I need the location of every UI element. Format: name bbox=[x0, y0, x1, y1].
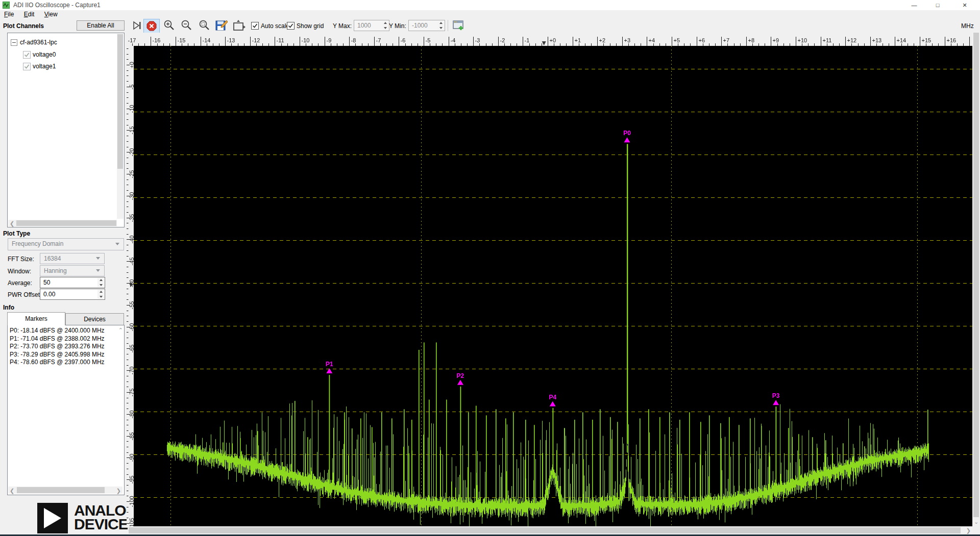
plot-type-label: Plot Type bbox=[3, 230, 30, 237]
window-label: Window: bbox=[8, 268, 31, 275]
y-max-input[interactable]: 1000 bbox=[354, 20, 389, 31]
y-min-label: Y Min: bbox=[389, 22, 406, 30]
scroll-left-icon[interactable]: ❮ bbox=[10, 220, 14, 227]
tab-devices[interactable]: Devices bbox=[65, 313, 124, 326]
app-window: ADI IIO Oscilloscope - Capture1 ― □ ✕ Fi… bbox=[0, 0, 980, 536]
plot-vertical-scrollbar[interactable]: ⌄ bbox=[972, 32, 980, 526]
scroll-down-icon[interactable]: ⌄ bbox=[974, 518, 978, 525]
plot-horizontal-scrollbar[interactable]: ❯ bbox=[128, 526, 972, 534]
maximize-button[interactable]: □ bbox=[926, 0, 949, 10]
stop-capture-button[interactable] bbox=[143, 19, 160, 33]
x-axis-unit-label: MHz bbox=[961, 22, 974, 30]
scroll-right-icon[interactable]: ❯ bbox=[116, 487, 121, 494]
save-icon[interactable] bbox=[215, 19, 228, 32]
pwr-offset-input[interactable]: 0.00 bbox=[40, 289, 105, 300]
chevron-down-icon bbox=[115, 243, 119, 245]
pwr-offset-label: PWR Offset: bbox=[8, 291, 41, 298]
checkmark-icon bbox=[23, 52, 30, 58]
scroll-left-icon[interactable]: ❮ bbox=[10, 487, 14, 494]
scroll-right-icon[interactable]: ❯ bbox=[966, 527, 971, 534]
markers-list: P0: -18.14 dBFS @ 2400.000 MHzP1: -71.04… bbox=[7, 325, 125, 495]
window-title: ADI IIO Oscilloscope - Capture1 bbox=[13, 2, 101, 9]
logo-triangle-icon bbox=[37, 503, 68, 533]
plot-type-value: Frequency Domain bbox=[12, 240, 63, 247]
stop-icon bbox=[146, 21, 157, 31]
show-grid-checkbox[interactable] bbox=[287, 22, 295, 30]
auto-scale-label: Auto scale bbox=[261, 22, 289, 30]
channel-voltage0-label: voltage0 bbox=[33, 51, 56, 58]
y-min-value: -1000 bbox=[412, 22, 428, 29]
markers-horizontal-scrollbar-thumb[interactable] bbox=[17, 487, 105, 493]
marker-list-item[interactable]: P3: -78.29 dBFS @ 2405.998 MHz bbox=[8, 351, 124, 359]
plot-vertical-scrollbar-thumb[interactable] bbox=[973, 33, 979, 517]
window-combo[interactable]: Hanning bbox=[40, 265, 105, 276]
average-label: Average: bbox=[8, 279, 32, 287]
fft-size-combo[interactable]: 16384 bbox=[40, 253, 105, 264]
plot-channels-tree: cf-ad9361-lpc voltage0 voltage1 ❮ bbox=[7, 33, 125, 227]
tree-horizontal-scrollbar[interactable]: ❮ bbox=[8, 220, 117, 226]
y-min-input[interactable]: -1000 bbox=[408, 20, 445, 31]
enable-all-button[interactable]: Enable All bbox=[77, 20, 125, 31]
plot-type-combo[interactable]: Frequency Domain bbox=[8, 238, 124, 250]
plot-channels-label: Plot Channels bbox=[3, 22, 44, 30]
marker-list-item[interactable]: P4: -78.60 dBFS @ 2397.000 MHz bbox=[8, 359, 124, 367]
toolbar-separator bbox=[448, 20, 448, 31]
spectrum-plot[interactable] bbox=[134, 46, 972, 526]
marker-list-item[interactable]: P0: -18.14 dBFS @ 2400.000 MHz bbox=[8, 327, 124, 335]
average-spinner[interactable] bbox=[97, 278, 104, 287]
zoom-in-icon[interactable] bbox=[163, 19, 176, 32]
channel-voltage1-label: voltage1 bbox=[33, 63, 56, 70]
analog-devices-logo bbox=[37, 503, 68, 533]
y-max-spinner[interactable] bbox=[382, 21, 388, 30]
tab-markers[interactable]: Markers bbox=[7, 312, 65, 325]
checkmark-icon bbox=[252, 22, 258, 29]
y-max-value: 1000 bbox=[357, 22, 371, 29]
plot-horizontal-scrollbar-thumb[interactable] bbox=[129, 527, 961, 533]
y-axis-ruler bbox=[127, 46, 134, 526]
chevron-down-icon bbox=[96, 257, 100, 260]
markers-horizontal-scrollbar[interactable]: ❮ ❯ bbox=[8, 487, 122, 494]
average-input[interactable]: 50 bbox=[40, 277, 105, 288]
tree-horizontal-scrollbar-thumb[interactable] bbox=[16, 220, 116, 226]
menu-bar: File Edit View bbox=[0, 10, 980, 19]
close-button[interactable]: ✕ bbox=[949, 0, 980, 10]
capture-play-icon[interactable] bbox=[132, 20, 143, 31]
zoom-out-icon[interactable] bbox=[180, 19, 193, 32]
channel-voltage1-checkbox[interactable] bbox=[23, 63, 31, 70]
y-max-label: Y Max: bbox=[333, 22, 352, 30]
average-value: 50 bbox=[43, 279, 50, 286]
checkmark-icon bbox=[23, 63, 30, 70]
menu-edit[interactable]: Edit bbox=[20, 10, 39, 19]
x-axis-ruler bbox=[128, 33, 980, 46]
app-icon bbox=[3, 2, 10, 9]
window-value: Hanning bbox=[44, 267, 67, 274]
y-min-spinner[interactable] bbox=[437, 21, 444, 30]
title-bar: ADI IIO Oscilloscope - Capture1 ― □ ✕ bbox=[0, 0, 980, 10]
tree-expander-icon[interactable] bbox=[11, 39, 17, 46]
zoom-fit-icon[interactable] bbox=[198, 19, 211, 32]
chevron-down-icon bbox=[96, 269, 100, 272]
fft-size-value: 16384 bbox=[44, 255, 61, 262]
menu-view[interactable]: View bbox=[40, 10, 62, 19]
tree-vertical-scrollbar[interactable] bbox=[117, 34, 124, 219]
toolbar: Plot Channels Enable All bbox=[0, 19, 980, 33]
tree-root-label[interactable]: cf-ad9361-lpc bbox=[20, 39, 57, 46]
fft-size-label: FFT Size: bbox=[8, 256, 34, 263]
checkmark-icon bbox=[287, 22, 294, 29]
menu-file[interactable]: File bbox=[0, 10, 18, 19]
scroll-up-icon[interactable]: ⌃ bbox=[118, 326, 123, 334]
fit-window-icon[interactable] bbox=[232, 19, 248, 32]
marker-list-item[interactable]: P2: -73.70 dBFS @ 2393.276 MHz bbox=[8, 343, 124, 351]
pwr-offset-value: 0.00 bbox=[43, 291, 55, 298]
new-plot-icon[interactable] bbox=[452, 19, 465, 32]
channel-voltage0-checkbox[interactable] bbox=[23, 51, 31, 59]
auto-scale-checkbox[interactable] bbox=[251, 22, 259, 30]
minimize-button[interactable]: ― bbox=[902, 0, 926, 10]
tree-vertical-scrollbar-thumb[interactable] bbox=[117, 34, 123, 169]
show-grid-label: Show grid bbox=[297, 22, 324, 30]
pwr-offset-spinner[interactable] bbox=[97, 290, 104, 299]
marker-list-item[interactable]: P1: -71.04 dBFS @ 2388.002 MHz bbox=[8, 335, 124, 343]
info-label: Info bbox=[3, 304, 14, 311]
